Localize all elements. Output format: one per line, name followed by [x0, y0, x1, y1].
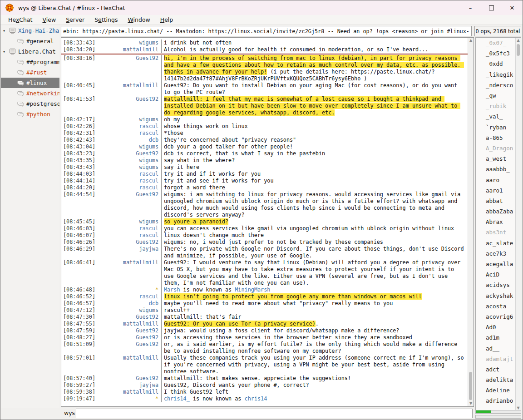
chat-message-row: [08:46:29]jayjwaThere's no private with …: [61, 246, 468, 259]
menu-server[interactable]: Server: [61, 15, 89, 24]
message-text: try it and if it works for you: [161, 171, 468, 178]
timestamp: [08:42:43]: [61, 137, 98, 143]
nick: mattallmill: [98, 389, 161, 395]
userlist-item[interactable]: adct: [476, 364, 515, 375]
nick: Guest92: [98, 239, 161, 246]
userlist-item[interactable]: _qw: [476, 90, 515, 101]
chat-message-row: [08:40:45]mattallmillGuest92: Do you wan…: [61, 82, 468, 96]
tree-channel--general[interactable]: #general: [1, 36, 59, 46]
tree-server-xing-hai-zha[interactable]: ▾Xing-Hai-Zha: [1, 25, 59, 36]
chat-scrollbar-thumb[interactable]: [469, 372, 472, 400]
chat-message-row: [08:43:35]wigumssay what in the where?: [61, 157, 468, 164]
nick: rascul: [98, 232, 161, 239]
userlist-item[interactable]: ace7k3: [476, 248, 515, 259]
tree-item-label: #linux: [26, 79, 47, 86]
topic-input[interactable]: [61, 26, 472, 36]
nick: Guest92: [98, 375, 161, 382]
userlist-item[interactable]: _rubik: [476, 101, 515, 111]
userlist-item[interactable]: abbat: [476, 196, 515, 206]
tree-server-libera-chat[interactable]: ▾Libera.Chat: [1, 46, 59, 57]
tree-channel--python[interactable]: #python: [1, 109, 59, 119]
userlist-item[interactable]: adamtajt: [476, 354, 515, 364]
userlist-item[interactable]: acidsys: [476, 280, 515, 290]
userlist-item[interactable]: abs3nt: [476, 227, 515, 237]
tree-channel--programm[interactable]: ##programm: [1, 57, 59, 67]
expander-icon[interactable]: ▾: [3, 49, 9, 54]
message-text: mattallmill: I feel that my mac is somew…: [161, 96, 468, 116]
userlist-item[interactable]: a_west: [476, 153, 515, 164]
userlist-item[interactable]: aaro: [476, 174, 515, 185]
userlist-item[interactable]: aaabbb_: [476, 164, 515, 174]
timestamp: [08:43:35]: [61, 157, 98, 164]
message-text: say it here: [161, 164, 468, 171]
chat-event-row: [09:19:47]*chris14_ is now known as chri…: [61, 395, 468, 402]
nick: wigums: [98, 218, 161, 225]
message-text: forgot a word there: [161, 184, 468, 191]
message-input[interactable]: [76, 409, 473, 418]
tree-channel--rust[interactable]: ##rust: [1, 67, 59, 78]
expander-icon[interactable]: ▾: [3, 28, 9, 33]
nick: wigums: [98, 164, 161, 171]
userlist-item[interactable]: _val_: [476, 111, 515, 122]
chat-message-row: [08:33:43]wigumsi drink but not often: [61, 40, 468, 46]
userlist-item[interactable]: aaro1: [476, 185, 515, 196]
userlist-item[interactable]: Abrax: [476, 217, 515, 227]
minimize-button[interactable]: –: [460, 0, 481, 15]
userlist-item[interactable]: _0x07_: [476, 38, 515, 48]
userlist-item[interactable]: acosta: [476, 301, 515, 311]
menu-hexchat[interactable]: HexChat: [3, 15, 38, 24]
chat-message-row: [08:48:27]Guest92or is accessing those s…: [61, 334, 468, 341]
channel-icon: [17, 112, 24, 117]
userlist-item[interactable]: ad1m: [476, 332, 515, 343]
chat-message-row: [08:42:43]dcbthey're concerned about "pr…: [61, 137, 468, 143]
timestamp: [08:46:26]: [61, 239, 98, 246]
userlist-item[interactable]: _0xdd: [476, 59, 515, 69]
scroll-up-icon[interactable]: ▲: [516, 38, 521, 43]
userlist-item[interactable]: AciD: [476, 269, 515, 280]
nick: Guest92: [98, 191, 161, 218]
userlist-item[interactable]: acegalla: [476, 259, 515, 269]
userlist-scrollbar-thumb[interactable]: [517, 44, 520, 56]
scroll-down-icon[interactable]: ▼: [468, 401, 474, 406]
hexchat-app-icon: [5, 4, 14, 12]
timestamp: [08:38:16]: [61, 55, 98, 82]
message-text: they're concerned about "privacy reasons…: [161, 137, 468, 143]
userlist-item[interactable]: adrianbo: [476, 395, 515, 406]
nick: mattallmill: [98, 259, 161, 287]
menu-window[interactable]: Window: [123, 15, 155, 24]
chat-scrollbar[interactable]: ▲ ▼: [468, 38, 474, 406]
tree-item-label: #postgresq: [26, 100, 59, 107]
userlist-item[interactable]: ackyshak: [476, 291, 515, 301]
timestamp: [08:47:30]: [61, 314, 98, 321]
message-text: maybe you'll need to read more about wha…: [161, 300, 468, 307]
userlist-item[interactable]: _ndersco: [476, 80, 515, 90]
userlist-item[interactable]: abbaZaba: [476, 206, 515, 217]
userlist-item[interactable]: _0x5fc3: [476, 48, 515, 59]
tree-channel--linux[interactable]: #linux: [1, 78, 59, 88]
menu-view[interactable]: View: [38, 15, 61, 24]
userlist-item[interactable]: acovrig6: [476, 311, 515, 322]
userlist-item[interactable]: adelikta: [476, 375, 515, 385]
chat-message-row: [08:46:03]rasculyou can access services …: [61, 225, 468, 232]
userlist-item[interactable]: Ad0: [476, 322, 515, 332]
userlist-item[interactable]: Adeline: [476, 385, 515, 395]
close-button[interactable]: ✕: [502, 0, 523, 15]
scroll-up-icon[interactable]: ▲: [468, 38, 474, 43]
tree-channel--postgresq[interactable]: #postgresq: [1, 99, 59, 109]
timestamp: [08:59:38]: [61, 389, 98, 395]
userlist-item[interactable]: A_Dragon: [476, 143, 515, 153]
userlist-item[interactable]: ac_slate: [476, 238, 515, 248]
userlist-item[interactable]: _likegik: [476, 69, 515, 80]
maximize-button[interactable]: [481, 0, 502, 15]
tree-channel--networkin[interactable]: #networkin: [1, 88, 59, 99]
message-text: you can access services like gmail via u…: [161, 225, 468, 232]
timestamp: [08:44:14]: [61, 178, 98, 184]
menu-settings[interactable]: Settings: [89, 15, 123, 24]
menu-help[interactable]: Help: [155, 15, 178, 24]
server-icon: [9, 49, 16, 54]
userlist-item[interactable]: `ryban: [476, 122, 515, 133]
userlist-scrollbar[interactable]: ▲ ▼: [515, 38, 521, 411]
tree-item-label: ##rust: [26, 69, 47, 76]
userlist-item[interactable]: ad__: [476, 343, 515, 353]
userlist-item[interactable]: a-865: [476, 133, 515, 143]
